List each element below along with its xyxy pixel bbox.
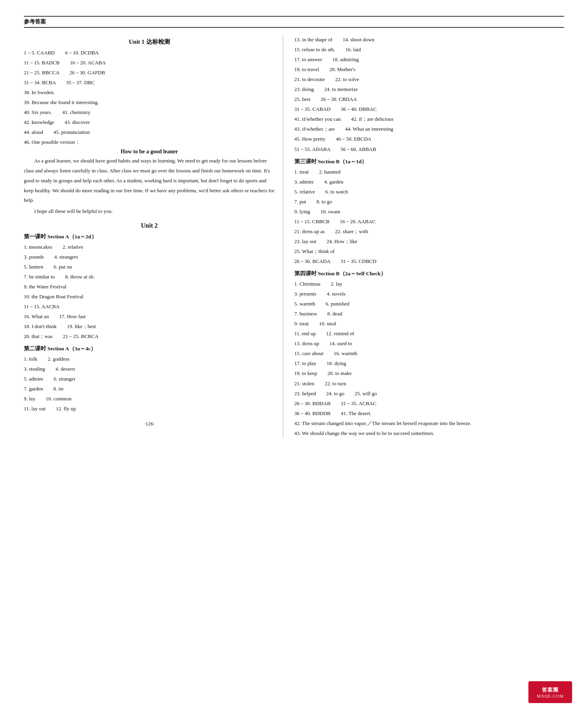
section4-title: 第四课时 Section B（2a～Self Check） — [294, 270, 564, 277]
s3-26-35: 26－30. BCADA 31－35. CDBCD — [294, 257, 564, 266]
line-1-5: 1－5. CAABD 6－10. DCDBA — [24, 48, 275, 58]
r-31-40: 31－35. CABAD 36－40. DBBAC — [294, 104, 564, 114]
s4-43: 43. We should change the way we used to … — [294, 429, 564, 438]
s4-26-35: 26－30. BDDAB 31－35. ACBAC — [294, 399, 564, 408]
r-19-20: 19. to travel 20. Mother's — [294, 65, 564, 74]
s1-9: 9. the Water Festival — [24, 282, 275, 292]
r-25-30: 25. best 26－30. CBDAA — [294, 95, 564, 104]
r-43-44: 43. if/whether；are 44. What an interesti… — [294, 124, 564, 134]
s1-7-8: 7. be similar to 8. throw at sb. — [24, 272, 275, 282]
header: 参考答案 — [24, 16, 564, 28]
s4-9-10: 9. treat 10. steal — [294, 319, 564, 329]
line-40-41: 40. Six years. 41. chemistry — [24, 108, 275, 117]
s4-11-12: 11. end up 12. remind of — [294, 329, 564, 338]
s1-18-19: 18. I don't think 19. like；best — [24, 322, 275, 331]
section3-lines: 1. treat 2. haunted 3. admire 4. garden … — [294, 167, 564, 266]
line-44-45: 44. aloud 45. pronunciation — [24, 128, 275, 137]
page: 参考答案 Unit 1 达标检测 1－5. CAABD 6－10. DCDBA … — [0, 0, 588, 715]
s4-21-22: 21. stolen 22. to turn — [294, 379, 564, 388]
s3-25: 25. What；think of — [294, 247, 564, 256]
right-column: 13. in the shape of 14. shoot down 15. r… — [283, 35, 564, 439]
right-top-lines: 13. in the shape of 14. shoot down 15. r… — [294, 35, 564, 154]
s4-7-8: 7. business 8. dead — [294, 309, 564, 319]
line-11-15: 11－15. BADCB 16－20. ACABA — [24, 58, 275, 68]
s1-16-17: 16. What an 17. How fast — [24, 312, 275, 321]
s1-5-6: 5. lantern 6. put on — [24, 262, 275, 272]
s1-20-25: 20. that；was 21－25. BCBCA — [24, 332, 275, 341]
watermark-bottom-text: MXQE.COM — [537, 694, 564, 698]
r-13-14: 13. in the shape of 14. shoot down — [294, 35, 564, 44]
r-23-24: 23. doing 24. to memorize — [294, 85, 564, 94]
unit2-title: Unit 2 — [24, 222, 275, 229]
s2-5-6: 5. admire 6. stranger — [24, 374, 275, 384]
line-39: 39. Because she found it interesting. — [24, 98, 275, 107]
s2-9-10: 9. lay 10. common — [24, 394, 275, 404]
unit1-title: Unit 1 达标检测 — [24, 38, 275, 46]
s4-42: 42. The stream changed into vapor.／The s… — [294, 419, 564, 428]
s1-11-15: 11－15. AACBA — [24, 302, 275, 311]
s3-1-2: 1. treat 2. haunted — [294, 167, 564, 177]
s4-36-41: 36－40. BDDDB 41. The desert. — [294, 409, 564, 418]
s3-11-20: 11－15. CBBCB 16－20. AABAC — [294, 217, 564, 226]
s4-15-16: 15. care about 16. warmth — [294, 349, 564, 358]
s1-1-2: 1. mooncakes 2. relative — [24, 242, 275, 252]
watermark: 答案圈 MXQE.COM — [528, 681, 572, 703]
s4-23-25: 23. helped 24. to go 25. will go — [294, 389, 564, 398]
section1-lines: 1. mooncakes 2. relative 3. pounds 4. st… — [24, 242, 275, 341]
s2-11-12: 11. lay out 12. fly up — [24, 404, 275, 414]
unit1-lines: 1－5. CAABD 6－10. DCDBA 11－15. BADCB 16－2… — [24, 48, 275, 147]
s2-7-8: 7. garden 8. tie — [24, 384, 275, 394]
s3-9-10: 9. lying 10. swam — [294, 207, 564, 216]
s4-19-20: 19. to keep 20. to make — [294, 369, 564, 378]
r-41-42: 41. if/whether you can 42. if；are delici… — [294, 114, 564, 124]
line-21-25: 21－25. BBCCA 26－30. GAFDB — [24, 68, 275, 77]
section3-title: 第三课时 Section B（1a～1d） — [294, 158, 564, 165]
r-15-16: 15. refuse to do sth. 16. laid — [294, 45, 564, 54]
section2-lines: 1. folk 2. goddess 3. stealing 4. desser… — [24, 354, 275, 414]
line-38: 38. In Sweden. — [24, 88, 275, 97]
line-31-34: 31－34. BCBA 35－37. DBC — [24, 78, 275, 87]
s3-5-6: 5. relative 6. to watch — [294, 187, 564, 197]
line-46: 46. One possible version： — [24, 137, 275, 147]
s4-13-14: 13. dress up 14. used to — [294, 339, 564, 348]
s4-5-6: 5. warmth 6. punished — [294, 299, 564, 309]
s3-3-4: 3. admire 4. garden — [294, 177, 564, 187]
two-col-layout: Unit 1 达标检测 1－5. CAABD 6－10. DCDBA 11－15… — [24, 35, 564, 439]
s4-1-2: 1. Christmas 2. lay — [294, 279, 564, 289]
section2-title: 第二课时 Section A（3a～4c） — [24, 345, 275, 352]
s3-23-24: 23. lay out 24. How；like — [294, 237, 564, 246]
s1-3-4: 3. pounds 4. strangers — [24, 252, 275, 262]
r-21-22: 21. to decorate 22. to solve — [294, 75, 564, 84]
s2-1-2: 1. folk 2. goddess — [24, 354, 275, 364]
s1-10: 10. the Dragon Boat Festival — [24, 292, 275, 301]
s4-17-18: 17. to play 18. dying — [294, 359, 564, 368]
essay-paragraph2: I hope all these will be helpful to you. — [24, 207, 275, 216]
header-title: 参考答案 — [24, 19, 46, 25]
section4-lines: 1. Christmas 2. lay 3. presents 4. novel… — [294, 279, 564, 438]
line-42-43: 42. knowledge 43. discover — [24, 118, 275, 127]
r-51-60: 51－55. ADABA 56－60. ABBAB — [294, 145, 564, 154]
watermark-top-text: 答案圈 — [542, 686, 559, 694]
s4-3-4: 3. presents 4. novels — [294, 289, 564, 299]
r-45-50: 45. How pretty 46－50. EBCDA — [294, 134, 564, 144]
page-number: ·126· — [24, 421, 275, 427]
r-17-18: 17. to answer 18. admiring — [294, 55, 564, 64]
section1-title: 第一课时 Section A（1a～2d） — [24, 233, 275, 240]
left-column: Unit 1 达标检测 1－5. CAABD 6－10. DCDBA 11－15… — [24, 35, 283, 439]
s3-7-8: 7. put 8. to go — [294, 197, 564, 207]
essay-paragraph1: As a good learner, we should have good h… — [24, 156, 275, 205]
s3-21-22: 21. dress up as 22. share；with — [294, 227, 564, 236]
essay-title: How to be a good leaner — [24, 149, 275, 155]
s2-3-4: 3. stealing 4. dessert — [24, 364, 275, 374]
